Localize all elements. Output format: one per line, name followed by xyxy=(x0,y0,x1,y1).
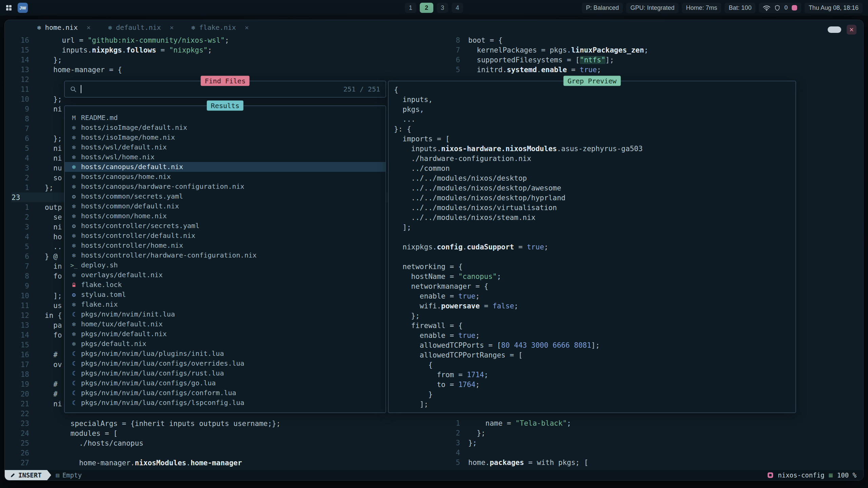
result-item[interactable]: ❄pkgs/nvim/default.nix xyxy=(65,329,386,339)
workspace-2[interactable]: 2 xyxy=(420,3,433,13)
code-line[interactable]: 13 home-manager = { xyxy=(12,65,439,75)
code-line[interactable]: 8boot = { xyxy=(447,35,859,45)
code-line[interactable]: enable = true; xyxy=(394,330,793,340)
code-line[interactable]: ... xyxy=(394,114,793,124)
result-item[interactable]: flake.lock xyxy=(65,280,386,290)
code-line[interactable]: nixpkgs.config.cudaSupport = true; xyxy=(394,242,793,252)
result-item[interactable]: ❄hosts/controller/home.nix xyxy=(65,241,386,250)
code-line[interactable]: 5home.packages = with pkgs; [ xyxy=(447,458,859,467)
code-line[interactable]: ]; xyxy=(394,399,793,409)
result-item[interactable]: >_deploy.sh xyxy=(65,260,386,270)
code-line[interactable]: 7 kernelPackages = pkgs.linuxPackages_ze… xyxy=(447,45,859,55)
code-text: # xyxy=(45,390,58,398)
code-line[interactable]: allowedTCPPortRanges = [ xyxy=(394,350,793,360)
code-line[interactable]: from = 1714; xyxy=(394,370,793,380)
tab-home.nix[interactable]: ❄home.nix× xyxy=(28,20,99,35)
code-line[interactable]: 1 name = "Tela-black"; xyxy=(447,418,859,428)
code-line[interactable]: }; xyxy=(394,311,793,321)
result-item[interactable]: ❄hosts/controller/default.nix xyxy=(65,231,386,241)
code-line[interactable]: inputs.nixos-hardware.nixosModules.asus-… xyxy=(394,144,793,154)
result-item[interactable]: ☾pkgs/nvim/nvim/lua/configs/lspconfig.lu… xyxy=(65,398,386,408)
app-icon[interactable]: JW xyxy=(18,3,28,13)
code-line[interactable]: ]; xyxy=(394,222,793,232)
workspace-4[interactable]: 4 xyxy=(452,3,463,13)
app-grid-icon[interactable] xyxy=(5,4,12,11)
code-line[interactable]: { xyxy=(394,85,793,95)
code-line[interactable] xyxy=(394,232,793,242)
result-item[interactable]: ❄hosts/wsl/default.nix xyxy=(65,142,386,152)
code-line[interactable]: 6 supportedFilesystems = ["ntfs"]; xyxy=(447,55,859,65)
code-line[interactable]: hostName = "canopus"; xyxy=(394,271,793,281)
close-tab-icon[interactable]: × xyxy=(245,20,249,35)
code-line[interactable]: pkgs, xyxy=(394,104,793,114)
code-line[interactable]: ../common xyxy=(394,163,793,173)
code-line[interactable]: 26 xyxy=(12,448,439,458)
code-line[interactable]: wifi.powersave = false; xyxy=(394,301,793,311)
close-tab-icon[interactable]: × xyxy=(170,20,174,35)
result-item[interactable]: ❄hosts/isoImage/home.nix xyxy=(65,133,386,142)
result-item[interactable]: ☾pkgs/nvim/nvim/lua/configs/rust.lua xyxy=(65,368,386,378)
code-line[interactable]: 24 modules = [ xyxy=(12,428,439,438)
result-item[interactable]: ⚙stylua.toml xyxy=(65,290,386,300)
code-line[interactable]: firewall = { xyxy=(394,321,793,330)
code-line[interactable]: imports = [ xyxy=(394,134,793,144)
result-item[interactable]: ❄hosts/wsl/home.nix xyxy=(65,152,386,162)
code-line[interactable]: ../../modules/nixos/desktop/hyprland xyxy=(394,193,793,203)
result-item[interactable]: ☾pkgs/nvim/nvim/lua/configs/go.lua xyxy=(65,378,386,388)
code-line[interactable]: 14 }; xyxy=(12,55,439,65)
line-number: 3 xyxy=(12,223,29,231)
result-item[interactable]: ❄pkgs/default.nix xyxy=(65,339,386,349)
code-line[interactable]: 23 specialArgs = {inherit inputs outputs… xyxy=(12,419,439,428)
tab-default.nix[interactable]: ❄default.nix× xyxy=(99,20,182,35)
result-item[interactable]: ☾pkgs/nvim/nvim/lua/configs/overrides.lu… xyxy=(65,359,386,368)
code-line[interactable]: ../../modules/nixos/steam.nix xyxy=(394,212,793,222)
result-item[interactable]: ❄hosts/common/home.nix xyxy=(65,211,386,221)
code-line[interactable]: 16 url = "github:nix-community/nixos-wsl… xyxy=(12,35,439,45)
workspace-1[interactable]: 1 xyxy=(405,3,416,13)
window-close-button[interactable]: × xyxy=(847,25,856,35)
code-line[interactable]: networkmanager = { xyxy=(394,281,793,291)
code-line[interactable]: { xyxy=(394,360,793,370)
code-line[interactable]: to = 1764; xyxy=(394,380,793,389)
code-line[interactable]: enable = true; xyxy=(394,291,793,301)
code-line[interactable]: 2 }; xyxy=(447,428,859,438)
result-item[interactable]: ☾pkgs/nvim/nvim/lua/plugins/init.lua xyxy=(65,349,386,359)
workspace-3[interactable]: 3 xyxy=(437,3,448,13)
code-line[interactable]: } xyxy=(394,389,793,399)
code-line[interactable]: allowedTCPPorts = [80 443 3000 6666 8081… xyxy=(394,340,793,350)
result-path: flake.lock xyxy=(81,280,122,290)
result-item[interactable]: ❄hosts/canopus/hardware-configuration.ni… xyxy=(65,182,386,191)
result-item[interactable]: MREADME.md xyxy=(65,113,386,123)
nix-icon: ❄ xyxy=(70,182,78,191)
result-item[interactable]: ⚙hosts/common/secrets.yaml xyxy=(65,191,386,201)
result-item[interactable]: ❄home/tux/default.nix xyxy=(65,319,386,329)
code-text: # xyxy=(45,351,58,359)
code-line[interactable]: 27 home-manager.nixosModules.home-manage… xyxy=(12,458,439,468)
code-line[interactable] xyxy=(394,252,793,262)
code-line[interactable]: 25 ./hosts/canopus xyxy=(12,438,439,448)
close-tab-icon[interactable]: × xyxy=(86,20,91,35)
code-line[interactable]: networking = { xyxy=(394,262,793,271)
result-item[interactable]: ⚙hosts/controller/secrets.yaml xyxy=(65,221,386,231)
code-line[interactable]: 15 inputs.nixpkgs.follows = "nixpkgs"; xyxy=(12,45,439,55)
code-line[interactable]: 4 xyxy=(447,448,859,458)
result-item[interactable]: ❄hosts/canopus/default.nix xyxy=(65,162,386,172)
code-line[interactable]: }: { xyxy=(394,124,793,134)
result-item[interactable]: ❄hosts/common/default.nix xyxy=(65,201,386,211)
code-line[interactable]: ../../modules/nixos/desktop xyxy=(394,173,793,183)
result-item[interactable]: ☾pkgs/nvim/nvim/lua/configs/conform.lua xyxy=(65,388,386,398)
result-item[interactable]: ❄hosts/controller/hardware-configuration… xyxy=(65,250,386,260)
window-toggle[interactable] xyxy=(828,26,841,33)
code-line[interactable]: ../../modules/nixos/virtualisation xyxy=(394,203,793,212)
code-line[interactable]: 3}; xyxy=(447,438,859,448)
code-line[interactable]: 5 initrd.systemd.enable = true; xyxy=(447,65,859,75)
code-line[interactable]: ./hardware-configuration.nix xyxy=(394,154,793,163)
result-item[interactable]: ❄hosts/isoImage/default.nix xyxy=(65,123,386,133)
tab-flake.nix[interactable]: ❄flake.nix× xyxy=(183,20,258,35)
result-item[interactable]: ☾pkgs/nvim/nvim/init.lua xyxy=(65,309,386,319)
result-item[interactable]: ❄hosts/canopus/home.nix xyxy=(65,172,386,182)
code-line[interactable]: inputs, xyxy=(394,95,793,104)
code-line[interactable]: ../../modules/nixos/desktop/awesome xyxy=(394,183,793,193)
result-item[interactable]: ❄flake.nix xyxy=(65,300,386,309)
result-item[interactable]: ❄overlays/default.nix xyxy=(65,270,386,280)
